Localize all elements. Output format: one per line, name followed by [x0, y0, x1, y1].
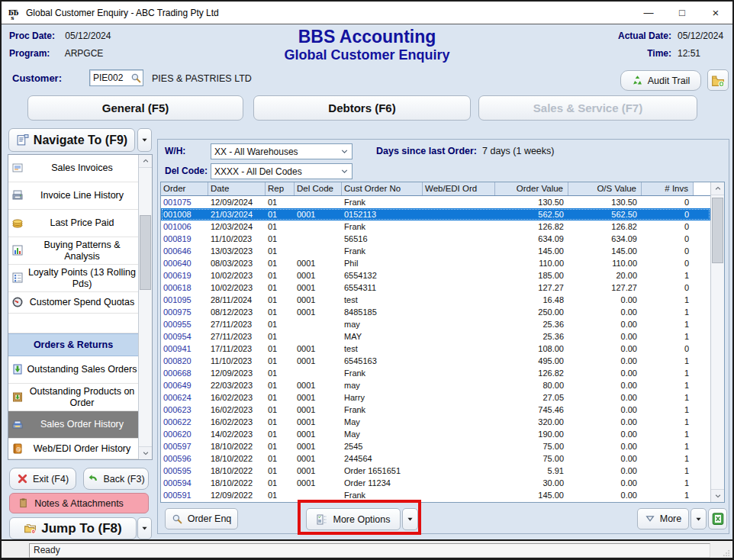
column-header-o-s-value[interactable]: O/S Value: [568, 182, 642, 195]
sidebar-item-buying-patterns-analysis[interactable]: Buying Patterns & Analysis: [8, 237, 138, 265]
table-scroll-down-button[interactable]: [711, 489, 724, 502]
sidebar-item-customer-spend-quotas[interactable]: Customer Spend Quotas: [8, 292, 138, 314]
table-row-000622[interactable]: 00062216/02/2023010001May320.000.001: [161, 416, 710, 428]
table-row-000649[interactable]: 00064922/03/2023010001may80.000.001: [161, 379, 710, 391]
minimize-button[interactable]: —: [632, 2, 665, 24]
table-scrollbar-thumb[interactable]: [712, 198, 723, 263]
table-scrollbar[interactable]: [710, 182, 724, 502]
notes-attachments-button[interactable]: Notes & Attachments: [9, 493, 149, 513]
sidebar-item-outstanding-sales-orders[interactable]: Outstanding Sales Orders: [8, 356, 138, 384]
table-row-000819[interactable]: 00081911/10/20230156516634.09634.090: [161, 233, 710, 245]
order-enq-button[interactable]: Order Enq: [165, 508, 238, 529]
navigate-to-button[interactable]: Navigate To (F9): [8, 128, 135, 152]
jump-to-label: Jump To (F8): [41, 521, 121, 536]
cell-web-edi-ord: [423, 220, 495, 233]
resize-grip-icon[interactable]: [723, 549, 730, 557]
cell-del-code: 0001: [295, 379, 342, 391]
more-options-dropdown-button[interactable]: [402, 508, 418, 530]
table-row-000941[interactable]: 00094117/11/2023010001test108.000.000: [161, 343, 710, 355]
table-row-000594[interactable]: 00059418/10/2022010001Order 1123430.000.…: [161, 477, 710, 489]
column-header-order-value[interactable]: Order Value: [495, 182, 568, 195]
sidebar-item-web-edi-order-history[interactable]: @Web/EDI Order History: [8, 439, 138, 459]
customer-code-input[interactable]: PIE002: [89, 69, 143, 86]
cell-invs: 0: [642, 220, 694, 233]
table-row-000668[interactable]: 00066812/09/202301Frank126.820.001: [161, 367, 710, 379]
table-row-000624[interactable]: 00062416/02/2023010001Harry27.050.001: [161, 391, 710, 404]
maximize-button[interactable]: □: [665, 2, 699, 24]
cell-order-value: 108.00: [495, 343, 568, 355]
table-row-000618[interactable]: 00061810/02/20230100016554311127.27127.2…: [161, 282, 710, 294]
search-icon[interactable]: [130, 72, 142, 84]
sidebar-scrollbar[interactable]: [138, 155, 152, 459]
column-header-web-edi-ord[interactable]: Web/EDI Ord: [423, 182, 495, 195]
cell-web-edi-ord: [423, 257, 495, 269]
table-row-000640[interactable]: 00064008/03/2023010001Phil110.00110.000: [161, 257, 710, 269]
table-row-000623[interactable]: 00062316/02/2023010001Frank745.460.001: [161, 404, 710, 416]
exit-button[interactable]: Exit (F4): [9, 468, 76, 490]
more-options-button[interactable]: More Options: [306, 508, 401, 530]
sidebar-item-last-price-paid[interactable]: Last Price Paid: [8, 210, 138, 237]
sidebar-item-invoice-line-history[interactable]: Invoice Line History: [8, 182, 138, 210]
table-row-001008[interactable]: 00100821/03/20240100010152113562.50562.5…: [161, 208, 710, 220]
del-code-label: Del Code:: [165, 166, 208, 176]
sidebar-item-loyalty-points-13-rolling-pds[interactable]: Loyalty Points (13 Rolling Pds): [8, 265, 138, 292]
del-code-select[interactable]: XXXX - All Del Codes: [211, 163, 353, 179]
column-header-rep[interactable]: Rep: [266, 182, 295, 195]
cell-o-s-value: 0.00: [568, 404, 642, 416]
audit-trail-button[interactable]: Audit Trail: [620, 70, 701, 91]
add-attachment-button[interactable]: [707, 69, 729, 91]
table-row-000596[interactable]: 00059618/10/202201000124456475.000.001: [161, 452, 710, 465]
scroll-up-button[interactable]: [139, 155, 152, 168]
notes-label: Notes & Attachments: [34, 498, 124, 509]
column-header-cust-order-no[interactable]: Cust Order No: [342, 182, 423, 195]
sidebar-item-sales-invoices[interactable]: Sales Invoices: [8, 155, 138, 182]
column-header-order[interactable]: Order: [161, 182, 208, 195]
table-row-001006[interactable]: 00100612/03/202401Frank126.82126.820: [161, 220, 710, 233]
cell-invs: 1: [642, 465, 694, 477]
table-row-000955[interactable]: 00095527/11/202301may25.360.001: [161, 318, 710, 330]
cell-order: 000594: [161, 477, 208, 489]
table-row-000820[interactable]: 00082011/10/20230100016545163495.000.001: [161, 355, 710, 367]
table-row-000975[interactable]: 00097508/12/20230100018485185250.000.001: [161, 306, 710, 318]
tab-general[interactable]: General (F5): [27, 95, 243, 121]
back-button[interactable]: Back (F3): [83, 468, 149, 490]
table-row-000620[interactable]: 00062014/02/2023010001May190.000.001: [161, 428, 710, 440]
more-button[interactable]: More: [637, 508, 689, 529]
table-row-000597[interactable]: 00059718/10/2022010001254575.000.001: [161, 440, 710, 452]
more-dropdown-button[interactable]: [691, 508, 707, 529]
cell-order-value: 745.46: [495, 404, 568, 416]
cell-cust-order-no: test: [342, 294, 423, 306]
jump-to-dropdown-button[interactable]: [137, 517, 152, 539]
scroll-down-button[interactable]: [139, 446, 152, 459]
column-header-invs[interactable]: # Invs: [642, 182, 694, 195]
export-excel-button[interactable]: [708, 508, 727, 529]
cell-order: 000622: [161, 416, 208, 428]
close-button[interactable]: ×: [699, 2, 732, 24]
cell-order: 000595: [161, 465, 208, 477]
table-row-000619[interactable]: 00061910/02/20230100016554132185.0020.00…: [161, 269, 710, 282]
table-row-001095[interactable]: 00109528/11/2024010001test16.480.001: [161, 294, 710, 306]
table-row-000954[interactable]: 00095427/11/202301MAY25.360.001: [161, 330, 710, 343]
sidebar-item-sales-order-history[interactable]: Sales Order History: [8, 411, 138, 439]
cell-date: 27/11/2023: [208, 318, 266, 330]
cell-web-edi-ord: [423, 355, 495, 367]
jump-to-button[interactable]: Jump To (F8): [9, 517, 137, 539]
cell-date: 08/03/2023: [208, 257, 266, 269]
cell-cust-order-no: may: [342, 318, 423, 330]
table-row-000595[interactable]: 00059518/10/2022010001Order 16516515.910…: [161, 465, 710, 477]
table-scroll-up-button[interactable]: [711, 182, 724, 195]
table-row-001075[interactable]: 00107512/09/202401Frank130.50130.500: [161, 196, 710, 208]
table-row-000646[interactable]: 00064613/03/202301Frank145.00145.000: [161, 245, 710, 257]
cell-del-code: [295, 489, 342, 501]
sidebar-scrollbar-thumb[interactable]: [140, 215, 151, 290]
tab-debtors[interactable]: Debtors (F6): [253, 95, 471, 121]
exit-cross-icon: [17, 473, 28, 484]
cell-web-edi-ord: [423, 465, 495, 477]
sidebar-item-outstanding-products-on-order[interactable]: Outstanding Products on Order: [8, 384, 138, 411]
cell-del-code: 0001: [295, 355, 342, 367]
navigate-to-dropdown-button[interactable]: [137, 128, 152, 152]
column-header-date[interactable]: Date: [208, 182, 266, 195]
table-row-000591[interactable]: 00059112/09/202201Frank145.000.001: [161, 489, 710, 501]
column-header-del-code[interactable]: Del Code: [295, 182, 342, 195]
warehouse-select[interactable]: XX - All Warehouses: [211, 143, 353, 159]
